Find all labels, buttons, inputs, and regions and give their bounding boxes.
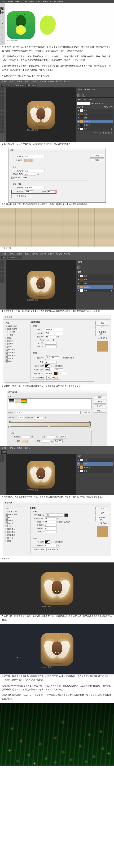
pen-tool-icon[interactable]: ✒ bbox=[0, 130, 4, 133]
layer-fill[interactable]: 填充: 100% bbox=[104, 106, 113, 108]
preview-checkbox[interactable]: ✓ bbox=[98, 337, 100, 339]
angle-dial[interactable] bbox=[45, 355, 50, 361]
ok-button[interactable]: 确定 bbox=[90, 154, 104, 158]
style-select[interactable]: 浮雕效果 bbox=[45, 328, 64, 331]
lock-icon[interactable]: ▦ bbox=[82, 106, 83, 108]
menu-item[interactable]: 图层(L) bbox=[25, 80, 30, 83]
selection-tool-icon[interactable] bbox=[0, 7, 4, 10]
marquee-tool-icon[interactable]: ▭ bbox=[0, 92, 4, 95]
paths-tab[interactable]: 路径 bbox=[89, 98, 93, 101]
style-item[interactable]: 描边 bbox=[5, 516, 28, 519]
lasso-tool-icon[interactable]: ⌇ bbox=[0, 268, 4, 271]
opacity-input[interactable] bbox=[24, 173, 36, 176]
script-select[interactable]: 砖形填充 bbox=[24, 186, 45, 189]
size-input[interactable] bbox=[45, 530, 56, 533]
style-item[interactable]: 混合选项: 默认 bbox=[5, 325, 28, 327]
menu-item[interactable]: 编辑(E) bbox=[8, 1, 13, 3]
layer-row[interactable]: 👁身体 bbox=[77, 113, 113, 116]
menu-item[interactable]: 选择(S) bbox=[32, 253, 38, 255]
style-item[interactable]: ✓内阴影 bbox=[5, 340, 28, 342]
noise-input[interactable] bbox=[45, 544, 56, 547]
nav-tab[interactable]: 导航器 bbox=[77, 88, 83, 91]
menu-item[interactable]: 编辑(E) bbox=[9, 80, 15, 83]
menu-item[interactable]: 视图(V) bbox=[43, 1, 48, 3]
rotate-tool-icon[interactable]: ↻ bbox=[0, 33, 4, 37]
menu-item[interactable]: 帮助(H) bbox=[58, 1, 63, 3]
gradient-tool-icon[interactable]: ◧ bbox=[0, 122, 4, 126]
dir-down-radio[interactable] bbox=[50, 339, 52, 341]
layer-row[interactable]: 👁背景填色 bbox=[77, 123, 113, 127]
new-style-button[interactable]: 新建样式(W)... bbox=[96, 330, 109, 336]
pattern-swatch[interactable] bbox=[24, 159, 33, 162]
gradient-bar[interactable] bbox=[9, 422, 90, 427]
contour-swatch[interactable] bbox=[45, 364, 50, 368]
layer-row[interactable]: 👁翅膀 bbox=[77, 459, 113, 462]
style-item[interactable]: 颜色叠加 bbox=[5, 348, 28, 351]
gradient-tool-icon[interactable]: ◧ bbox=[0, 276, 4, 279]
default-button[interactable]: 复位为默认值 bbox=[46, 548, 60, 551]
cancel-button[interactable]: 取消 bbox=[90, 158, 104, 162]
ok-button[interactable]: 确定 bbox=[94, 395, 106, 399]
menu-item[interactable]: 对象(O) bbox=[15, 1, 21, 3]
visibility-icon[interactable]: 👁 bbox=[77, 117, 79, 119]
menu-item[interactable]: 帮助(H) bbox=[64, 80, 70, 83]
layers-tab[interactable]: 图层 bbox=[77, 98, 81, 101]
link-icon[interactable]: ⫘ bbox=[93, 131, 96, 134]
layer-opacity[interactable]: 不透明度: 100% bbox=[91, 102, 104, 105]
ok-button[interactable]: 确定 bbox=[96, 321, 109, 325]
angle-input[interactable] bbox=[45, 521, 56, 523]
sh-color-swatch[interactable] bbox=[54, 372, 58, 375]
style-item[interactable]: 投影 bbox=[5, 540, 28, 542]
ok-button[interactable]: 确定 bbox=[96, 506, 109, 510]
layer-row[interactable]: 👁翅膀 bbox=[77, 274, 113, 278]
stop-loc-input[interactable] bbox=[42, 440, 50, 443]
style-item[interactable]: 图案叠加 bbox=[5, 354, 28, 357]
style-item[interactable]: 图案叠加 bbox=[5, 534, 28, 536]
layer-row[interactable]: 👁翅膀 bbox=[77, 109, 113, 112]
lasso-tool-icon[interactable]: ⌇ bbox=[0, 95, 4, 99]
visibility-icon[interactable]: 👁 bbox=[77, 113, 79, 115]
layer-row[interactable]: 👁底版矩版 bbox=[77, 120, 113, 123]
menu-item[interactable]: 文件(F) bbox=[2, 253, 7, 255]
move-tool-icon[interactable]: ✥ bbox=[0, 260, 4, 264]
hi-op-input[interactable] bbox=[55, 368, 64, 371]
trash-icon[interactable]: 🗑 bbox=[110, 131, 113, 134]
style-item[interactable]: ✓内阴影 bbox=[5, 519, 28, 522]
shadow-color-swatch[interactable] bbox=[65, 514, 68, 517]
dist-input[interactable] bbox=[45, 524, 56, 527]
blend-mode-dropdown[interactable]: 正常 bbox=[5, 84, 11, 87]
menu-item[interactable]: 窗口(W) bbox=[55, 253, 62, 255]
menu-item[interactable]: 窗口(W) bbox=[50, 1, 56, 3]
opacity-input[interactable] bbox=[45, 517, 56, 520]
layer-row[interactable]: 👁身体 bbox=[77, 462, 113, 466]
blend-mode-dropdown[interactable]: 正常 bbox=[1, 450, 7, 454]
rect-tool-icon[interactable]: ▭ bbox=[0, 26, 4, 29]
menu-item[interactable]: 文件(F) bbox=[2, 447, 7, 449]
eyedropper-icon[interactable]: ⟋ bbox=[0, 107, 4, 111]
style-item[interactable]: 等高线 bbox=[5, 331, 28, 333]
visibility-icon[interactable]: 👁 bbox=[77, 121, 79, 122]
preview-checkbox[interactable]: ✓ bbox=[98, 522, 100, 524]
folder-icon[interactable]: ▣ bbox=[105, 131, 107, 134]
mask-icon[interactable]: ◐ bbox=[99, 131, 102, 134]
style-item[interactable]: 内发光 bbox=[5, 522, 28, 525]
pen-tool-icon[interactable]: ✒ bbox=[0, 14, 4, 18]
marquee-tool-icon[interactable]: ▭ bbox=[0, 264, 4, 268]
save-button[interactable]: 存储(S)... bbox=[94, 409, 106, 413]
grad-name-input[interactable] bbox=[16, 411, 81, 414]
menu-item[interactable]: 文字(T) bbox=[22, 1, 28, 3]
smooth-input[interactable] bbox=[35, 416, 43, 419]
method-select[interactable]: 平滑 bbox=[45, 332, 64, 335]
default-button[interactable]: 复位为默认值 bbox=[46, 376, 60, 380]
style-item[interactable]: 混合选项: 默认 bbox=[5, 510, 28, 513]
style-item[interactable]: 样式 bbox=[5, 507, 28, 510]
size-input[interactable] bbox=[45, 342, 56, 345]
menu-item[interactable]: 图象(I) bbox=[17, 80, 22, 83]
stop-color-swatch[interactable] bbox=[22, 440, 28, 443]
layer-row[interactable]: 👁背景🔒 bbox=[77, 289, 113, 292]
global-checkbox[interactable]: ✓ bbox=[60, 357, 62, 359]
sh-op-input[interactable] bbox=[59, 372, 67, 375]
text-tool-icon[interactable]: T bbox=[0, 279, 4, 283]
new-button[interactable]: 新建(W) bbox=[82, 410, 91, 414]
style-item[interactable]: 描边 bbox=[5, 337, 28, 339]
